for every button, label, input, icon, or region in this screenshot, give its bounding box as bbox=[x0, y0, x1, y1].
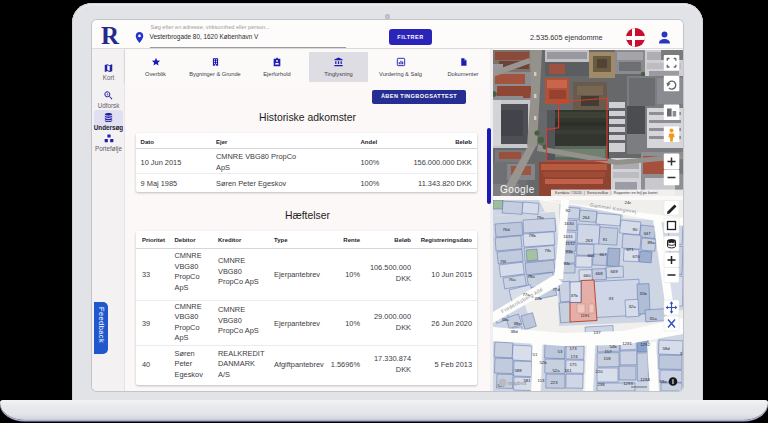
svg-text:173: 173 bbox=[569, 346, 577, 351]
svg-text:91: 91 bbox=[603, 237, 608, 242]
svg-text:76a: 76a bbox=[508, 277, 516, 282]
svg-text:78a: 78a bbox=[527, 274, 535, 279]
svg-text:58d: 58d bbox=[662, 346, 670, 351]
svg-text:223: 223 bbox=[550, 380, 558, 385]
svg-text:89a: 89a bbox=[647, 240, 655, 245]
svg-text:668: 668 bbox=[595, 271, 603, 276]
svg-text:53: 53 bbox=[558, 349, 563, 354]
svg-text:37b: 37b bbox=[570, 293, 578, 298]
svg-text:1631: 1631 bbox=[563, 234, 573, 239]
svg-text:79b: 79b bbox=[528, 233, 536, 238]
svg-text:667: 667 bbox=[599, 252, 607, 257]
svg-text:mapbox: mapbox bbox=[508, 381, 527, 386]
svg-text:1191: 1191 bbox=[580, 313, 590, 318]
svg-text:1292: 1292 bbox=[640, 342, 650, 347]
svg-text:93b: 93b bbox=[565, 249, 573, 254]
svg-text:33: 33 bbox=[609, 296, 614, 301]
svg-text:158: 158 bbox=[603, 356, 611, 361]
svg-text:52b: 52b bbox=[539, 360, 547, 365]
svg-text:38e: 38e bbox=[513, 321, 521, 326]
svg-text:238: 238 bbox=[597, 382, 605, 387]
svg-text:1294: 1294 bbox=[640, 377, 650, 382]
svg-text:1630: 1630 bbox=[564, 221, 574, 226]
svg-text:1291: 1291 bbox=[622, 341, 632, 346]
svg-text:263: 263 bbox=[585, 238, 593, 243]
svg-text:669: 669 bbox=[610, 269, 618, 274]
svg-text:347: 347 bbox=[643, 231, 651, 236]
svg-text:79a: 79a bbox=[536, 215, 544, 220]
svg-text:58e: 58e bbox=[659, 379, 667, 384]
svg-text:666: 666 bbox=[587, 253, 595, 258]
svg-text:137: 137 bbox=[593, 330, 601, 335]
svg-text:174: 174 bbox=[570, 354, 578, 359]
svg-text:31a: 31a bbox=[649, 316, 657, 321]
svg-text:671: 671 bbox=[626, 247, 634, 252]
svg-text:Kortdata ©2020 | Servicevilk: Kortdata ©2020 | Servicevilkår | Rapport… bbox=[555, 191, 658, 195]
svg-text:77b: 77b bbox=[534, 296, 542, 301]
svg-text:32a: 32a bbox=[628, 304, 636, 309]
svg-text:93c: 93c bbox=[564, 261, 572, 266]
svg-text:660: 660 bbox=[583, 273, 591, 278]
svg-text:157: 157 bbox=[604, 349, 612, 354]
svg-text:Google: Google bbox=[500, 184, 535, 195]
svg-text:161: 161 bbox=[564, 368, 572, 373]
svg-text:670: 670 bbox=[632, 254, 640, 259]
svg-text:78c: 78c bbox=[545, 248, 553, 253]
svg-text:175: 175 bbox=[569, 362, 577, 367]
svg-text:1632: 1632 bbox=[565, 241, 575, 246]
svg-text:51: 51 bbox=[533, 352, 538, 357]
svg-text:77a: 77a bbox=[522, 292, 530, 297]
svg-text:588: 588 bbox=[514, 368, 522, 373]
svg-text:92: 92 bbox=[566, 208, 571, 213]
svg-text:77d: 77d bbox=[552, 287, 560, 292]
svg-text:52a: 52a bbox=[552, 368, 560, 373]
svg-text:38a: 38a bbox=[501, 317, 509, 322]
svg-text:76f: 76f bbox=[500, 259, 507, 264]
svg-text:38d: 38d bbox=[510, 329, 518, 334]
svg-text:i: i bbox=[672, 378, 674, 385]
svg-text:90: 90 bbox=[633, 227, 638, 232]
svg-text:31b: 31b bbox=[639, 291, 647, 296]
svg-text:264: 264 bbox=[582, 215, 590, 220]
svg-text:1293: 1293 bbox=[623, 381, 633, 386]
svg-text:220: 220 bbox=[595, 369, 603, 374]
svg-text:113: 113 bbox=[538, 378, 545, 383]
svg-text:24c: 24c bbox=[625, 200, 633, 205]
svg-text:76d: 76d bbox=[502, 227, 510, 232]
